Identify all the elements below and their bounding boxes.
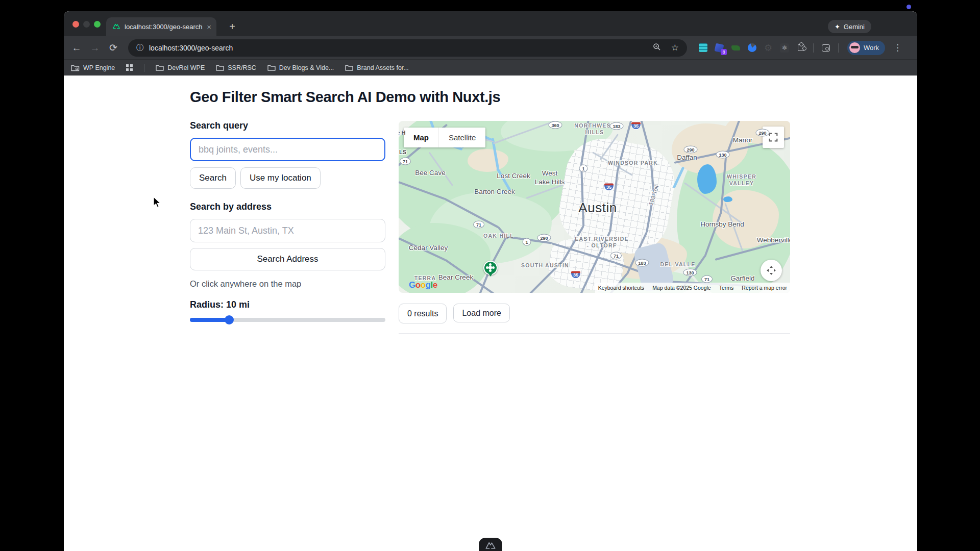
bookmarks-bar: WP EngineDevRel WPESSR/RSCDev Blogs & Vi… (64, 59, 917, 76)
map-label: Austin (578, 199, 617, 216)
extensions-area: 8 ⚙ ⚛ Work ⋮ (697, 41, 902, 55)
folder-icon (156, 64, 164, 71)
search-address-button[interactable]: Search Address (190, 248, 385, 270)
bookmark-item[interactable]: Brand Assets for... (345, 64, 408, 71)
map-label: Webberville (757, 236, 790, 245)
browser-tab[interactable]: localhost:3000/geo-search × (106, 17, 216, 36)
extension-badge: 8 (721, 49, 727, 55)
bookmark-label: WP Engine (83, 64, 115, 71)
site-info-icon[interactable]: ⓘ (136, 43, 143, 53)
extension-blue-icon[interactable]: 8 (714, 42, 725, 54)
new-tab-button[interactable]: + (225, 19, 239, 34)
reload-button[interactable]: ⟳ (106, 40, 121, 56)
window-controls (72, 21, 101, 28)
map-label: Bear Creek (438, 273, 473, 282)
route-shield: 290 (537, 234, 551, 242)
radius-slider[interactable] (190, 318, 385, 322)
map-tab[interactable]: Map (404, 128, 438, 147)
forward-button[interactable]: → (87, 40, 103, 56)
results-row: 0 results Load more (399, 304, 790, 323)
address-bar[interactable]: ⓘ localhost:3000/geo-search ☆ (128, 39, 687, 57)
tab-close-icon[interactable]: × (207, 23, 211, 31)
query-input[interactable] (190, 138, 385, 161)
attribution-link[interactable]: Terms (719, 285, 734, 291)
desktop-notification-dot (906, 5, 911, 9)
map-label: West Lake Hills (535, 169, 565, 187)
map-label: LS (399, 149, 406, 156)
route-shield: 130 (683, 269, 697, 277)
extension-react-icon[interactable]: ⚛ (779, 42, 790, 54)
attribution-link[interactable]: Map data ©2025 Google (652, 285, 711, 291)
map-lake (697, 164, 717, 194)
map-label: Lost Creek (497, 172, 530, 181)
map-label: Bee Cave (415, 169, 445, 178)
search-button[interactable]: Search (190, 167, 236, 189)
zoom-window-button[interactable] (94, 21, 101, 28)
browser-menu-icon[interactable]: ⋮ (893, 42, 902, 53)
search-panel: Search query Search Use my location Sear… (190, 120, 385, 322)
bookmark-item[interactable] (126, 64, 133, 71)
bookmark-item[interactable]: SSR/RSC (216, 64, 256, 71)
bookmark-item[interactable]: Dev Blogs & Vide... (267, 64, 334, 71)
browser-toolbar: ← → ⟳ ⓘ localhost:3000/geo-search ☆ 8 (64, 36, 917, 59)
page-title: Geo Filter Smart Search AI Demo with Nux… (190, 89, 500, 106)
map-label: Garfield (730, 274, 754, 283)
nuxt-devtools-button[interactable] (479, 538, 502, 551)
map-label: Barton Creek (474, 188, 515, 196)
bookmark-star-icon[interactable]: ☆ (671, 42, 679, 53)
route-shield: 290 (755, 129, 769, 137)
bookmark-item[interactable]: WP Engine (71, 64, 115, 71)
page-content: Geo Filter Smart Search AI Demo with Nux… (64, 76, 917, 551)
pan-control-button[interactable] (761, 260, 782, 281)
minimize-window-button[interactable] (83, 21, 90, 28)
map-marker-pin[interactable] (483, 261, 498, 275)
radius-slider-thumb[interactable] (225, 315, 234, 324)
extension-gear-icon[interactable]: ⚙ (763, 42, 774, 54)
extension-grid-icon[interactable] (697, 42, 708, 54)
close-window-button[interactable] (72, 21, 79, 28)
map-type-control: Map Satellite (404, 128, 485, 147)
gemini-label: Gemini (844, 23, 865, 31)
back-button[interactable]: ← (69, 40, 84, 56)
toolbar-divider (838, 43, 839, 53)
route-shield: 290 (683, 146, 697, 154)
use-my-location-button[interactable]: Use my location (240, 167, 321, 189)
address-input[interactable] (190, 219, 385, 242)
toolbar-divider (813, 43, 814, 53)
google-map[interactable]: Map Satellite Google Keyboard shortcutsM… (399, 121, 790, 293)
map-pond (723, 196, 732, 202)
map-panel: Map Satellite Google Keyboard shortcutsM… (399, 121, 790, 334)
attribution-link[interactable]: Keyboard shortcuts (598, 285, 644, 291)
folder-icon (267, 64, 276, 71)
attribution-link[interactable]: Report a map error (742, 285, 787, 291)
bookmark-label: Dev Blogs & Vide... (279, 64, 334, 71)
bookmark-label: Brand Assets for... (357, 64, 408, 71)
apps-grid-icon (126, 64, 133, 71)
profile-button[interactable]: Work (847, 41, 885, 55)
url-text: localhost:3000/geo-search (149, 44, 233, 52)
profile-avatar (849, 42, 860, 53)
map-label: Hornsby Bend (700, 220, 744, 229)
tab-title: localhost:3000/geo-search (125, 23, 203, 31)
map-label: DEL VALLE (660, 261, 695, 268)
gemini-button[interactable]: ✦ Gemini (828, 20, 871, 33)
folder-icon (216, 64, 224, 71)
browser-window: localhost:3000/geo-search × + ✦ Gemini ←… (64, 11, 917, 551)
managed-folder-icon (71, 64, 80, 71)
route-shield: 130 (716, 151, 729, 159)
zoom-search-icon[interactable] (653, 43, 661, 53)
bookmark-item[interactable]: DevRel WPE (156, 64, 205, 71)
load-more-button[interactable]: Load more (453, 304, 510, 322)
nuxt-favicon-icon (112, 22, 120, 32)
tab-search-icon[interactable] (820, 42, 831, 54)
extension-green-icon[interactable] (730, 42, 741, 54)
desktop: localhost:3000/geo-search × + ✦ Gemini ←… (0, 0, 980, 551)
query-label: Search query (190, 120, 385, 131)
extensions-puzzle-icon[interactable] (795, 42, 806, 54)
route-shield: 35 (631, 121, 641, 130)
extension-pie-icon[interactable] (746, 42, 757, 54)
tab-strip: localhost:3000/geo-search × + ✦ Gemini (64, 11, 917, 36)
satellite-tab[interactable]: Satellite (438, 128, 485, 147)
route-shield: 71 (701, 276, 713, 283)
map-label: Manor (733, 136, 752, 145)
